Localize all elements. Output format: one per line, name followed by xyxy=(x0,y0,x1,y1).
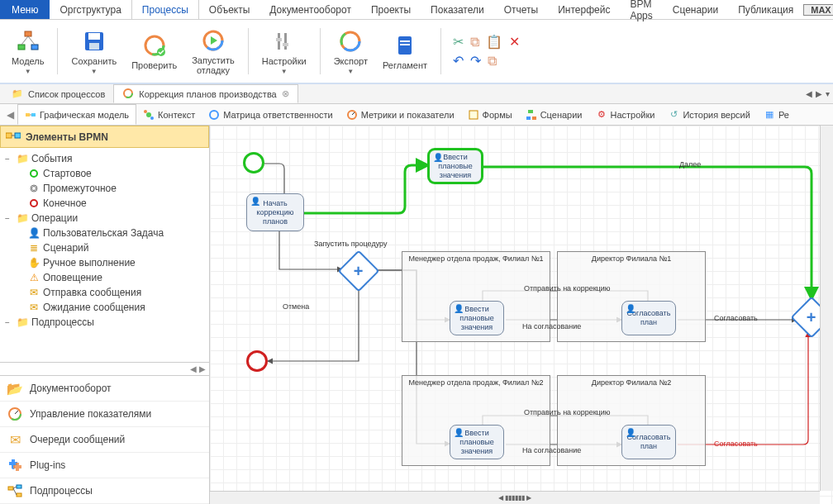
menu-tab-docflow[interactable]: Документооборот xyxy=(259,0,361,19)
bpmn-task-enter-1[interactable]: 👤 Ввести плановые значения xyxy=(450,301,504,335)
view-tab-settings[interactable]: ⚙ Настройки xyxy=(589,104,662,125)
bpmn-task-start-correction[interactable]: 👤 Начать коррекцию планов xyxy=(246,193,304,231)
svg-point-32 xyxy=(210,111,218,119)
menu-tab-org[interactable]: Оргструктура xyxy=(50,0,131,19)
tab-scroll-left-icon[interactable]: ◀ xyxy=(806,89,812,98)
ribbon-reglament[interactable]: Регламент xyxy=(378,32,432,70)
tree-op-notify[interactable]: ⚠Оповещение xyxy=(2,270,207,285)
tree-op-wait[interactable]: ✉Ожидание сообщения xyxy=(2,300,207,315)
view-tab-context[interactable]: Контекст xyxy=(136,104,202,125)
tree-op-send[interactable]: ✉Отправка сообщения xyxy=(2,285,207,300)
tab-menu-icon[interactable]: ▾ xyxy=(826,89,830,98)
ribbon-save[interactable]: Сохранить ▼ xyxy=(66,28,121,75)
view-tab-context-label: Контекст xyxy=(158,110,195,120)
sidebar-tree[interactable]: −📁События Стартовое Промежуточное Конечн… xyxy=(0,148,209,362)
view-tab-reg[interactable]: ▦ Ре xyxy=(757,104,796,125)
tree-op-scenario[interactable]: ≣Сценарий xyxy=(2,240,207,255)
tree-events-group[interactable]: −📁События xyxy=(2,151,207,166)
docflow-icon: 📂 xyxy=(7,381,23,396)
ribbon-settings[interactable]: Настройки ▼ xyxy=(257,28,312,75)
view-tab-graph-label: Графическая модель xyxy=(40,110,129,120)
svg-point-31 xyxy=(150,116,154,120)
flow-label-next: Далее xyxy=(679,160,701,169)
ribbon-model[interactable]: Модель ▼ xyxy=(7,28,49,75)
sb-cat-queue[interactable]: ✉Очереди сообщений xyxy=(0,427,209,453)
menu-tab-kpi[interactable]: Показатели xyxy=(421,0,494,19)
view-tab-matrix-label: Матрица ответственности xyxy=(223,110,333,120)
svg-rect-40 xyxy=(15,133,21,138)
view-tab-graph[interactable]: Графическая модель xyxy=(17,104,136,125)
folder-icon: 📁 xyxy=(17,316,28,328)
bpmn-task-approve-1[interactable]: 👤 Согласовать план xyxy=(621,301,676,335)
paste-icon[interactable]: 📋 xyxy=(486,34,502,50)
sb-cat-plugins[interactable]: Plug-ins xyxy=(0,453,209,478)
delete-icon[interactable]: ✕ xyxy=(509,34,520,50)
user-icon: 👤 xyxy=(626,428,635,437)
sb-cat-kpi[interactable]: Управление показателями xyxy=(0,402,209,427)
user-icon: 👤 xyxy=(433,153,443,162)
sidebar-tree-scroll[interactable]: ◀ ▶ xyxy=(0,362,209,375)
svg-point-29 xyxy=(146,112,151,117)
menu-tab-scenarios[interactable]: Сценарии xyxy=(663,0,728,19)
canvas-hscroll[interactable]: ◀ ▮▮▮▮▮▮ ▶ xyxy=(210,491,820,504)
user-icon: 👤 xyxy=(250,197,260,206)
sub-icon xyxy=(7,483,23,498)
send-task-icon: ✉ xyxy=(28,287,40,298)
doc-tab-active[interactable]: Коррекция планов производства ⊗ xyxy=(113,84,298,103)
bpmn-task-enter-2[interactable]: 👤 Ввести плановые значения xyxy=(450,425,504,459)
view-tab-settings-label: Настройки xyxy=(611,110,655,120)
bpmn-end-event[interactable] xyxy=(246,350,268,372)
view-tab-matrix[interactable]: Матрица ответственности xyxy=(202,104,340,125)
menu-tab-publish[interactable]: Публикация xyxy=(728,0,803,19)
pool-header: Директор Филиала №1 xyxy=(558,254,705,263)
bpmn-start-event[interactable] xyxy=(243,152,264,174)
cut-icon[interactable]: ✂ xyxy=(453,34,464,50)
tree-event-inter[interactable]: Промежуточное xyxy=(2,181,207,196)
menu-tab-reports[interactable]: Отчеты xyxy=(494,0,548,19)
close-tab-icon[interactable]: ⊗ xyxy=(282,88,289,99)
view-tab-scenarios[interactable]: Сценарии xyxy=(519,104,589,125)
menu-tab-objects[interactable]: Объекты xyxy=(199,0,260,19)
menu-tab-processes[interactable]: Процессы xyxy=(131,0,199,19)
menu-button[interactable]: Меню xyxy=(0,0,50,19)
tree-event-end[interactable]: Конечное xyxy=(2,196,207,211)
svg-rect-35 xyxy=(469,111,478,119)
tree-sub-group[interactable]: −📁Подпроцессы xyxy=(2,315,207,330)
max-button[interactable]: MAX xyxy=(803,4,833,16)
svg-marker-13 xyxy=(211,36,217,45)
menu-tab-interface[interactable]: Интерфейс xyxy=(548,0,620,19)
menu-tab-bpmapps[interactable]: BPM Apps xyxy=(620,0,662,19)
copy-icon[interactable]: ⧉ xyxy=(470,35,479,50)
view-tab-metrics[interactable]: Метрики и показатели xyxy=(340,104,461,125)
ribbon-model-label: Модель xyxy=(12,56,44,66)
check-icon xyxy=(141,32,168,59)
paste-special-icon[interactable]: ⧉ xyxy=(488,54,497,69)
start-event-icon xyxy=(28,168,40,179)
diagram-canvas[interactable]: 👤 Начать коррекцию планов 👤 Ввести плано… xyxy=(210,126,833,504)
context-icon xyxy=(143,109,155,121)
undo-icon[interactable]: ↶ xyxy=(453,53,464,69)
ribbon-export[interactable]: Экспорт ▼ xyxy=(329,28,373,75)
sb-cat-sub[interactable]: Подпроцессы xyxy=(0,478,209,504)
sidebar-header-bpmn[interactable]: Элементы BPMN xyxy=(0,126,209,148)
ribbon-debug[interactable]: Запуститьотладку xyxy=(187,27,240,75)
bpmn-task-approve-2[interactable]: 👤 Согласовать план xyxy=(621,425,676,459)
flow-label-corr2: Отправить на коррекцию xyxy=(524,408,611,416)
tree-ops-group[interactable]: −📁Операции xyxy=(2,211,207,226)
doc-tab-list[interactable]: 📁 Список процессов xyxy=(3,84,113,103)
kpi-icon xyxy=(7,407,23,421)
svg-line-52 xyxy=(13,487,17,488)
sb-cat-docflow[interactable]: 📂Документооборот xyxy=(0,376,209,402)
view-tab-forms[interactable]: Формы xyxy=(461,104,519,125)
tree-event-start[interactable]: Стартовое xyxy=(2,166,207,181)
tree-op-user[interactable]: 👤Пользовательская Задача xyxy=(2,226,207,240)
redo-icon[interactable]: ↷ xyxy=(470,53,481,69)
tree-op-manual[interactable]: ✋Ручное выполнение xyxy=(2,255,207,270)
view-tab-history[interactable]: ↺ История версий xyxy=(661,104,756,125)
ribbon-check[interactable]: Проверить xyxy=(126,32,182,70)
view-scroll-left-icon[interactable]: ◀ xyxy=(3,109,17,121)
canvas-vscroll[interactable] xyxy=(820,126,833,491)
tab-scroll-right-icon[interactable]: ▶ xyxy=(816,89,822,98)
bpmn-task-enter-values-top[interactable]: 👤 Ввести плановые значения xyxy=(428,149,483,183)
menu-tab-projects[interactable]: Проекты xyxy=(361,0,421,19)
